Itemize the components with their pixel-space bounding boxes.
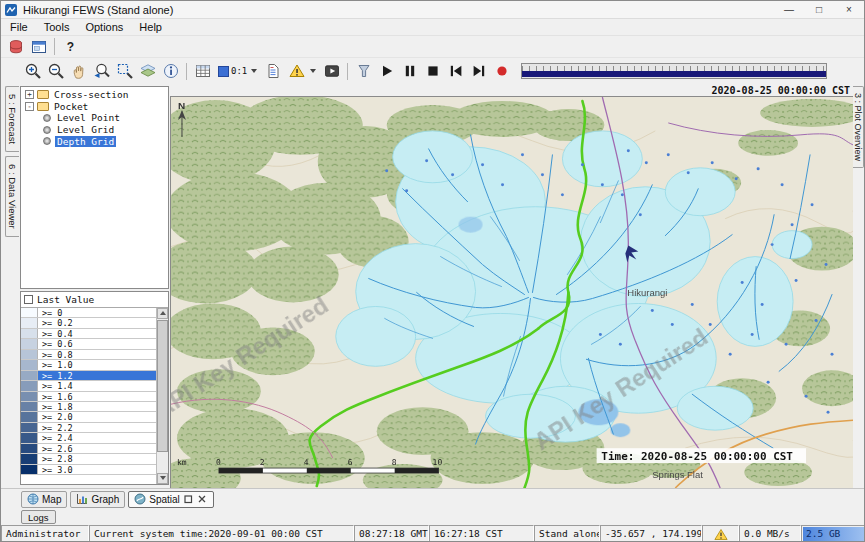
- legend-row-label: >= 1.8: [38, 402, 156, 411]
- legend-row[interactable]: >= 2.0: [21, 412, 156, 422]
- node-ball-icon: [43, 126, 51, 134]
- legend-header-label: Last Value: [37, 294, 94, 305]
- menu-item-options[interactable]: Options: [77, 20, 131, 34]
- tab-graph[interactable]: Graph: [70, 491, 125, 508]
- legend-row[interactable]: >= 1.4: [21, 381, 156, 391]
- zoom-out-icon: [47, 62, 65, 80]
- explorer-window-button[interactable]: [27, 36, 50, 57]
- legend-color-swatch: [21, 371, 38, 380]
- first-frame-button[interactable]: [444, 61, 467, 82]
- tab-graph-label: Graph: [91, 494, 119, 505]
- scroll-up-button[interactable]: [157, 308, 168, 319]
- status-coordinates: -35.657 , 174.199: [600, 525, 702, 542]
- panel-tab-3-plot-overview[interactable]: 3 : Plot Overview: [853, 86, 864, 168]
- scroll-down-button[interactable]: [157, 473, 168, 484]
- last-value-checkbox[interactable]: [24, 295, 33, 304]
- tree-item-cross-section[interactable]: +Cross-section: [21, 89, 168, 101]
- title-bar[interactable]: Hikurangi FEWS (Stand alone) — □ ×: [1, 1, 864, 19]
- profile-button[interactable]: [352, 61, 375, 82]
- profile-funnel-icon: [355, 62, 373, 80]
- zoom-extent-button[interactable]: [113, 61, 136, 82]
- timeline-bar[interactable]: [522, 71, 826, 77]
- legend-row[interactable]: >= 0.2: [21, 318, 156, 328]
- document-button[interactable]: [261, 61, 284, 82]
- layers-button[interactable]: [136, 61, 159, 82]
- tree-item-label: Pocket: [52, 101, 90, 112]
- legend-row[interactable]: >= 0.8: [21, 350, 156, 360]
- menu-item-tools[interactable]: Tools: [36, 20, 78, 34]
- grid-display-button[interactable]: [191, 61, 214, 82]
- legend-row[interactable]: >= 1.6: [21, 392, 156, 402]
- panel-tab-5-forecast[interactable]: 5 : Forecast: [5, 86, 19, 152]
- info-button[interactable]: [159, 61, 182, 82]
- tree-item-level-point[interactable]: Level Point: [21, 112, 168, 124]
- folder-icon: [37, 102, 49, 111]
- grid-scale-dropdown[interactable]: 0:1: [214, 61, 261, 82]
- legend-row[interactable]: >= 2.4: [21, 433, 156, 443]
- tree-item-depth-grid[interactable]: Depth Grid: [21, 135, 168, 147]
- help-button[interactable]: ?: [59, 36, 82, 57]
- record-button[interactable]: [490, 61, 513, 82]
- play-button[interactable]: [375, 61, 398, 82]
- status-warning[interactable]: [702, 525, 739, 542]
- database-button[interactable]: [4, 36, 27, 57]
- legend-row[interactable]: >= 3.0: [21, 465, 156, 475]
- tree-expander-icon[interactable]: +: [25, 90, 34, 99]
- zoom-previous-button[interactable]: [90, 61, 113, 82]
- tab-close-button[interactable]: [197, 494, 208, 505]
- zoom-out-button[interactable]: [44, 61, 67, 82]
- tab-map[interactable]: Map: [21, 491, 67, 508]
- legend-row-label: >= 1.4: [38, 381, 156, 390]
- app-icon: [5, 4, 17, 16]
- legend-row-label: >= 1.6: [38, 392, 156, 401]
- legend-row[interactable]: >= 2.6: [21, 444, 156, 454]
- record-icon: [493, 62, 511, 80]
- legend-scrollbar[interactable]: [156, 308, 168, 484]
- svg-text:8: 8: [392, 458, 397, 467]
- menu-item-help[interactable]: Help: [131, 20, 170, 34]
- legend-row[interactable]: >= 0.4: [21, 329, 156, 339]
- legend-color-swatch: [21, 444, 38, 453]
- tree-expander-icon[interactable]: -: [25, 102, 34, 111]
- pan-button[interactable]: [67, 61, 90, 82]
- status-memory: 2.5 GB: [801, 525, 865, 542]
- logs-row: Logs: [1, 509, 865, 525]
- legend-header: Last Value: [21, 292, 168, 308]
- legend-row[interactable]: >= 1.0: [21, 360, 156, 370]
- legend-row[interactable]: >= 0: [21, 308, 156, 318]
- map-view[interactable]: API Key Required API Key Required Hikura…: [170, 96, 853, 488]
- logs-button[interactable]: Logs: [21, 510, 56, 524]
- status-gmt-time: 08:27:18 GMT: [354, 525, 429, 542]
- tab-spatial[interactable]: Spatial: [128, 491, 214, 508]
- close-button[interactable]: ×: [834, 1, 864, 18]
- tree-item-pocket[interactable]: -Pocket: [21, 101, 168, 113]
- legend-row[interactable]: >= 0.6: [21, 339, 156, 349]
- map-canvas[interactable]: API Key Required API Key Required Hikura…: [171, 97, 853, 488]
- legend-row[interactable]: >= 2.2: [21, 423, 156, 433]
- timeline-slider[interactable]: [521, 63, 827, 79]
- legend-row[interactable]: >= 1.8: [21, 402, 156, 412]
- maximize-button[interactable]: □: [804, 1, 834, 18]
- panel-tab-6-data-viewer[interactable]: 6 : Data Viewer: [5, 156, 19, 237]
- zoom-in-button[interactable]: [21, 61, 44, 82]
- minimize-button[interactable]: —: [774, 1, 804, 18]
- legend-row[interactable]: >= 2.8: [21, 454, 156, 464]
- svg-text:10: 10: [433, 458, 443, 467]
- pause-icon: [401, 62, 419, 80]
- node-ball-icon: [43, 114, 51, 122]
- scrollbar-thumb[interactable]: [157, 320, 168, 452]
- stop-button[interactable]: [421, 61, 444, 82]
- toolbar-separator: [347, 63, 348, 80]
- last-frame-button[interactable]: [467, 61, 490, 82]
- tab-restore-button[interactable]: [183, 494, 194, 505]
- warnings-dropdown[interactable]: [284, 61, 320, 82]
- tree-item-level-grid[interactable]: Level Grid: [21, 124, 168, 136]
- tab-map-label: Map: [42, 494, 61, 505]
- pause-button[interactable]: [398, 61, 421, 82]
- data-tree[interactable]: +Cross-section-PocketLevel PointLevel Gr…: [20, 86, 169, 289]
- menu-item-file[interactable]: File: [2, 20, 36, 34]
- zoom-in-icon: [24, 62, 42, 80]
- svg-text:2: 2: [260, 458, 265, 467]
- legend-row[interactable]: >= 1.2: [21, 371, 156, 381]
- movie-button[interactable]: [320, 61, 343, 82]
